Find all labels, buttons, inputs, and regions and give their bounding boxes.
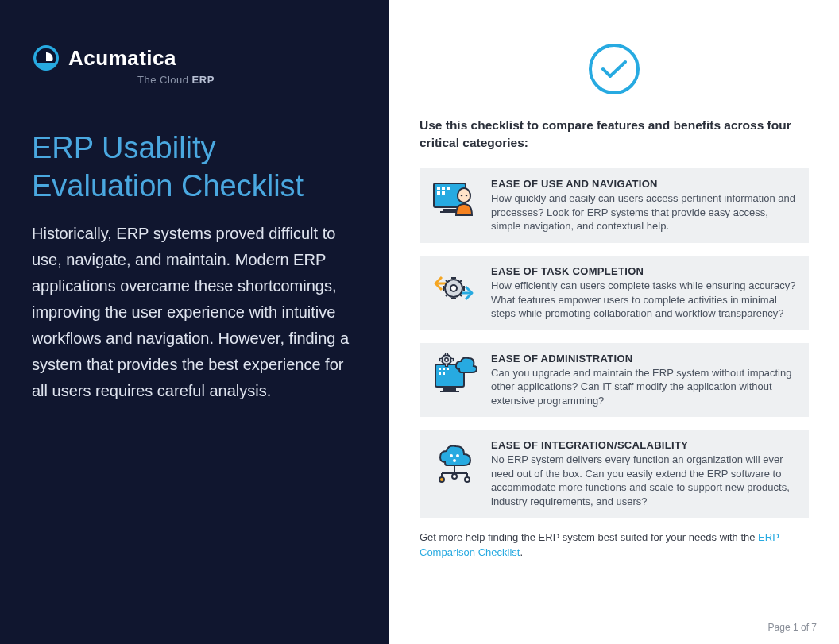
- category-text: EASE OF TASK COMPLETION How efficiently …: [491, 265, 798, 321]
- brand-tagline: The Cloud ERP: [137, 74, 358, 86]
- category-title: EASE OF INTEGRATION/SCALABILITY: [491, 439, 798, 451]
- gear-arrows-icon: [431, 265, 478, 311]
- tagline-bold: ERP: [192, 74, 215, 86]
- svg-rect-4: [447, 187, 450, 190]
- intro-paragraph: Historically, ERP systems proved difficu…: [32, 221, 358, 404]
- svg-rect-2: [437, 187, 440, 190]
- acumatica-logo-icon: [32, 44, 60, 72]
- svg-rect-19: [443, 388, 456, 391]
- svg-point-28: [456, 454, 459, 457]
- category-card-use-navigation: EASE OF USE AND NAVIGATION How quickly a…: [420, 168, 809, 243]
- category-card-administration: EASE OF ADMINISTRATION Can you upgrade a…: [420, 343, 809, 418]
- svg-rect-23: [446, 353, 448, 356]
- footer-help-text: Get more help finding the ERP system bes…: [420, 530, 809, 561]
- svg-rect-15: [443, 368, 445, 370]
- category-card-integration-scalability: EASE OF INTEGRATION/SCALABILITY No ERP s…: [420, 430, 809, 518]
- cloud-network-icon: [431, 439, 478, 485]
- svg-rect-24: [446, 364, 448, 366]
- server-cloud-gear-icon: [431, 353, 478, 399]
- svg-rect-3: [442, 187, 445, 190]
- page-indicator: Page 1 of 7: [768, 622, 817, 633]
- svg-rect-16: [447, 368, 449, 370]
- svg-point-11: [466, 195, 468, 197]
- svg-point-22: [445, 357, 448, 361]
- svg-point-12: [450, 285, 457, 291]
- category-title: EASE OF TASK COMPLETION: [491, 265, 798, 277]
- svg-point-34: [439, 477, 444, 482]
- checklist-intro: Use this checklist to compare features a…: [420, 117, 809, 151]
- footer-suffix: .: [520, 546, 523, 558]
- svg-point-35: [452, 474, 457, 479]
- svg-rect-6: [442, 191, 445, 195]
- category-text: EASE OF USE AND NAVIGATION How quickly a…: [491, 178, 798, 233]
- svg-rect-26: [451, 358, 454, 361]
- user-monitor-icon: [431, 178, 478, 224]
- svg-rect-25: [440, 358, 443, 361]
- svg-rect-18: [443, 372, 445, 375]
- document-title: ERP Usability Evaluation Checklist: [32, 129, 358, 205]
- tagline-prefix: The Cloud: [137, 74, 192, 86]
- left-panel: Acumatica The Cloud ERP ERP Usability Ev…: [0, 0, 389, 644]
- category-desc: Can you upgrade and maintain the ERP sys…: [491, 366, 798, 408]
- svg-rect-17: [439, 372, 441, 375]
- category-title: EASE OF ADMINISTRATION: [491, 353, 798, 364]
- category-desc: No ERP system delivers every function an…: [491, 453, 798, 508]
- checkmark-badge: [420, 44, 809, 94]
- check-circle-icon: [589, 44, 640, 94]
- category-desc: How quickly and easily can users access …: [491, 191, 798, 233]
- category-card-task-completion: EASE OF TASK COMPLETION How efficiently …: [420, 256, 809, 330]
- right-panel: Use this checklist to compare features a…: [389, 0, 839, 644]
- category-title: EASE OF USE AND NAVIGATION: [491, 178, 798, 190]
- svg-point-10: [461, 195, 463, 197]
- footer-prefix: Get more help finding the ERP system bes…: [420, 531, 758, 543]
- svg-rect-14: [439, 368, 441, 370]
- category-text: EASE OF ADMINISTRATION Can you upgrade a…: [491, 353, 798, 408]
- svg-point-29: [453, 459, 456, 462]
- svg-rect-5: [437, 191, 440, 195]
- svg-point-36: [465, 477, 470, 482]
- brand-logo: Acumatica: [32, 44, 358, 72]
- svg-point-27: [450, 454, 453, 457]
- category-text: EASE OF INTEGRATION/SCALABILITY No ERP s…: [491, 439, 798, 508]
- svg-rect-20: [440, 391, 459, 392]
- document-page: Acumatica The Cloud ERP ERP Usability Ev…: [0, 0, 839, 644]
- brand-name: Acumatica: [68, 46, 176, 71]
- svg-rect-7: [443, 209, 456, 211]
- category-desc: How efficiently can users complete tasks…: [491, 279, 798, 321]
